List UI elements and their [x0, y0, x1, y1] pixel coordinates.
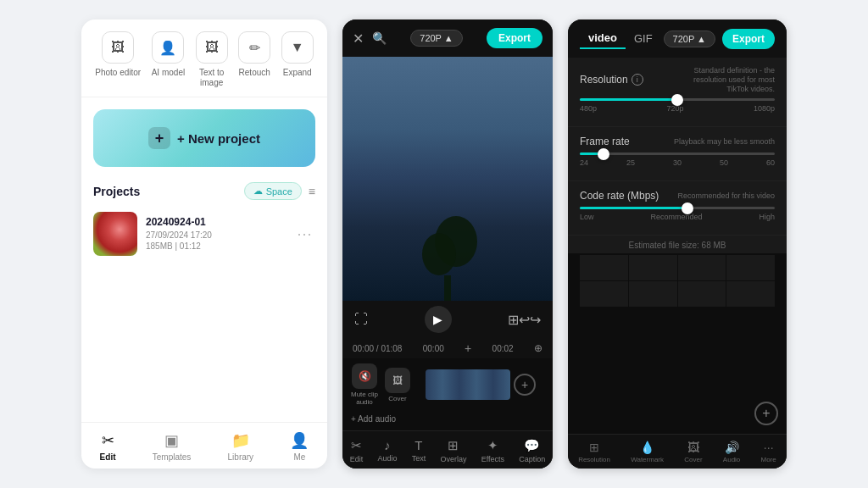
right-resolution-icon: ⊞ — [589, 441, 599, 454]
track-clip[interactable] — [426, 369, 510, 400]
time-current: 00:00 / 01:08 — [353, 344, 402, 353]
mid-nav-text[interactable]: T Text — [412, 438, 426, 463]
cloud-icon: ☁ — [253, 186, 263, 197]
expand-icon: ▼ — [281, 31, 314, 64]
close-icon[interactable]: ✕ — [353, 30, 364, 47]
code-rate-slider[interactable] — [580, 207, 775, 209]
mid-nav-audio[interactable]: ♪ Audio — [377, 438, 397, 463]
add-track-button[interactable]: + — [754, 402, 778, 425]
right-header: video GIF 720P ▲ Export — [568, 19, 787, 58]
text-to-image-icon: 🖼 — [196, 31, 228, 64]
mute-tool[interactable]: 🔇 Mute clipaudio — [351, 363, 378, 406]
frame-rate-label: Frame rate — [580, 136, 630, 147]
text-to-image-label: Text toimage — [199, 68, 224, 88]
project-thumbnail — [93, 212, 137, 256]
ai-model-label: AI model — [152, 68, 185, 78]
tab-video[interactable]: video — [580, 28, 626, 49]
bottom-nav: ✂ Edit ▣ Templates 📁 Library 👤 Me — [81, 422, 327, 469]
right-more-icon: ··· — [764, 441, 774, 454]
app-wrapper: 🖼 Photo editor 👤 AI model 🖼 Text toimage… — [0, 0, 868, 488]
add-audio-button[interactable]: + Add audio — [342, 411, 553, 427]
templates-icon: ▣ — [164, 431, 179, 450]
tool-ai-model[interactable]: 👤 AI model — [152, 31, 185, 88]
nav-me[interactable]: 👤 Me — [290, 431, 309, 462]
redo-icon[interactable]: ↪ — [530, 312, 541, 328]
mid-caption-icon: 💬 — [524, 438, 540, 453]
sort-icon[interactable]: ≡ — [309, 185, 315, 198]
new-project-button[interactable]: + + New project — [93, 109, 315, 167]
right-bottom-area: + — [568, 253, 787, 434]
nav-templates[interactable]: ▣ Templates — [153, 431, 192, 462]
project-item[interactable]: 20240924-01 27/09/2024 17:20 185MB | 01:… — [81, 205, 327, 263]
frame-rate-desc: Playback may be less smooth — [674, 137, 775, 147]
nav-templates-label: Templates — [153, 452, 192, 462]
plus-icon: + — [148, 127, 170, 149]
video-preview — [342, 57, 553, 301]
tool-expand[interactable]: ▼ Expand — [281, 31, 314, 88]
tab-gif[interactable]: GIF — [626, 29, 661, 48]
resolution-slider[interactable] — [580, 98, 775, 101]
video-track: + — [417, 369, 544, 400]
mid-resolution-badge[interactable]: 720P ▲ — [410, 30, 462, 47]
mid-audio-icon: ♪ — [384, 438, 391, 452]
cover-tool[interactable]: 🖼 Cover — [385, 368, 410, 402]
right-nav-resolution[interactable]: ⊞ Resolution — [578, 441, 610, 463]
resolution-info-icon[interactable]: i — [632, 74, 643, 86]
right-watermark-icon: 💧 — [640, 441, 654, 454]
left-panel: 🖼 Photo editor 👤 AI model 🖼 Text toimage… — [81, 19, 327, 469]
add-keyframe-icon[interactable]: + — [465, 341, 471, 355]
tool-photo-editor[interactable]: 🖼 Photo editor — [95, 31, 141, 88]
right-panel: video GIF 720P ▲ Export Resolution i — [568, 19, 787, 469]
resolution-desc: Standard definition - the resolution use… — [673, 66, 775, 93]
code-rate-desc: Recommended for this video — [677, 191, 775, 201]
right-cover-icon: 🖼 — [687, 441, 699, 454]
resolution-label: Resolution i — [580, 74, 643, 86]
search-icon[interactable]: 🔍 — [372, 31, 387, 45]
project-date: 27/09/2024 17:20 — [146, 230, 285, 240]
mid-bottom-nav: ✂ Edit ♪ Audio T Text ⊞ Overlay ✦ Effect… — [342, 430, 553, 469]
right-nav-audio[interactable]: 🔊 Audio — [723, 441, 740, 463]
nav-library[interactable]: 📁 Library — [228, 431, 254, 462]
ai-model-icon: 👤 — [152, 31, 184, 64]
photo-editor-label: Photo editor — [95, 68, 141, 78]
me-icon: 👤 — [290, 431, 309, 450]
right-audio-icon: 🔊 — [725, 441, 739, 454]
project-more-icon[interactable]: ⋯ — [293, 225, 315, 243]
right-export-button[interactable]: Export — [722, 29, 775, 49]
mid-header: ✕ 🔍 720P ▲ Export — [342, 19, 553, 57]
mute-icon: 🔇 — [352, 363, 377, 389]
right-resolution-badge[interactable]: 720P ▲ — [664, 30, 715, 47]
mid-export-button[interactable]: Export — [487, 28, 542, 48]
add-clip-button[interactable]: + — [514, 374, 536, 396]
resolution-section: Resolution i Standard definition - the r… — [568, 58, 787, 127]
tool-retouch[interactable]: ✏ Retouch — [238, 31, 270, 88]
mid-nav-effects[interactable]: ✦ Effects — [481, 438, 504, 463]
file-size-row: Estimated file size: 68 MB — [568, 236, 787, 253]
nav-edit[interactable]: ✂ Edit — [100, 431, 116, 462]
mid-nav-overlay[interactable]: ⊞ Overlay — [440, 438, 466, 463]
undo-icon[interactable]: ↩ — [519, 312, 530, 328]
right-bottom-nav: ⊞ Resolution 💧 Watermark 🖼 Cover 🔊 Audio… — [568, 434, 787, 469]
time-mid: 00:00 — [423, 344, 444, 353]
cover-label: Cover — [388, 395, 406, 402]
expand-label: Expand — [283, 68, 312, 78]
copy-icon[interactable]: ⊞ — [508, 312, 519, 328]
top-tools: 🖼 Photo editor 👤 AI model 🖼 Text toimage… — [81, 19, 327, 97]
nav-library-label: Library — [228, 452, 254, 462]
frame-rate-slider[interactable] — [580, 152, 775, 155]
right-nav-more[interactable]: ··· More — [761, 441, 776, 463]
right-nav-cover[interactable]: 🖼 Cover — [684, 441, 702, 463]
mid-nav-edit[interactable]: ✂ Edit — [350, 438, 364, 463]
tool-text-to-image[interactable]: 🖼 Text toimage — [196, 31, 228, 88]
zoom-icon[interactable]: ⊕ — [534, 342, 542, 354]
photo-editor-icon: 🖼 — [102, 31, 134, 64]
right-nav-watermark[interactable]: 💧 Watermark — [631, 441, 664, 463]
play-button[interactable]: ▶ — [425, 306, 452, 333]
space-badge[interactable]: ☁ Space — [244, 182, 302, 200]
mute-label: Mute clipaudio — [351, 391, 378, 406]
expand-view-icon[interactable]: ⛶ — [354, 312, 368, 327]
projects-header: Projects ☁ Space ≡ — [81, 175, 327, 205]
new-project-label: + New project — [177, 131, 260, 146]
mid-nav-caption[interactable]: 💬 Caption — [519, 438, 545, 463]
mid-panel: ✕ 🔍 720P ▲ Export ⛶ ▶ — [342, 19, 553, 469]
